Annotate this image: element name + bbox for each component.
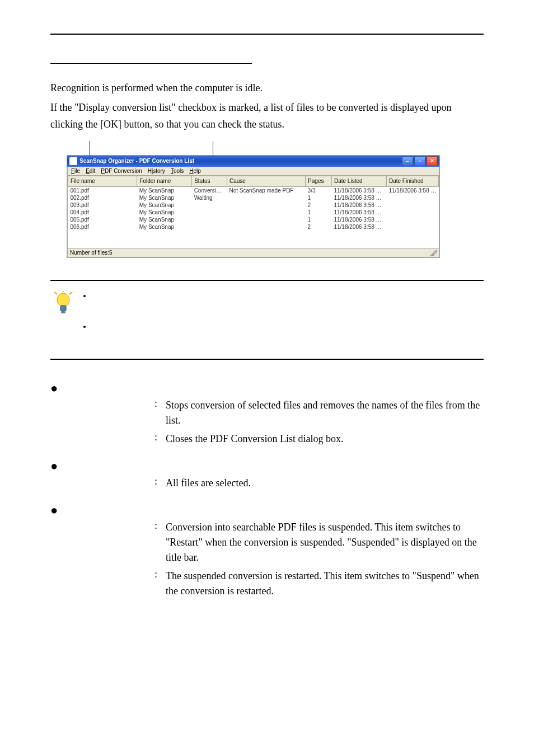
menu-tools[interactable]: Tools <box>171 168 184 174</box>
cell-cause <box>227 194 305 201</box>
maximize-button[interactable]: ▫ <box>414 156 425 166</box>
cell-file: 006.pdf <box>68 223 137 231</box>
col-pages[interactable]: Pages <box>306 176 332 186</box>
menu-file[interactable]: File <box>71 168 80 174</box>
col-datefinished[interactable]: Date Finished <box>386 176 438 186</box>
pdfconv-suspend-label <box>65 520 154 565</box>
cell-status <box>192 223 227 231</box>
close-button[interactable]: ✕ <box>427 156 438 166</box>
cell-cause: Not ScanSnap made PDF <box>227 186 305 194</box>
intro-line-2: If the "Display conversion list" checkbo… <box>50 99 484 133</box>
cell-pages: 1 <box>306 216 332 223</box>
cell-cause <box>227 201 305 209</box>
cell-finished <box>386 223 438 231</box>
pdfconv-suspend-desc: Conversion into searchable PDF files is … <box>166 520 484 565</box>
cell-pages: 1 <box>306 209 332 216</box>
table-row[interactable]: 001.pdfMy ScanSnapConversi…Not ScanSnap … <box>68 186 439 194</box>
cell-file: 002.pdf <box>68 194 137 201</box>
table-row[interactable]: 003.pdfMy ScanSnap211/18/2006 3:58 … <box>68 201 439 209</box>
cell-file: 004.pdf <box>68 209 137 216</box>
cell-cause <box>227 223 305 231</box>
cell-status <box>192 216 227 223</box>
cell-pages: 3/3 <box>306 186 332 194</box>
cell-finished <box>386 209 438 216</box>
table-row[interactable]: 006.pdfMy ScanSnap211/18/2006 3:58 … <box>68 223 439 231</box>
table-row[interactable]: 002.pdfMy ScanSnapWaiting111/18/2006 3:5… <box>68 194 439 201</box>
top-horizontal-rule <box>50 34 484 35</box>
file-delete-desc: Stops conversion of selected files and r… <box>166 398 484 428</box>
pdfconv-restart-desc: The suspended conversion is restarted. T… <box>166 569 484 599</box>
minimize-button[interactable]: – <box>402 156 413 166</box>
callout-line-1 <box>90 141 90 156</box>
menu-pdf-conversion[interactable]: PDF Conversion <box>101 168 142 174</box>
window-titlebar[interactable]: ScanSnap Organizer - PDF Conversion List… <box>67 156 439 167</box>
pdf-conversion-list-window: ScanSnap Organizer - PDF Conversion List… <box>67 156 439 257</box>
app-icon <box>69 157 77 165</box>
resize-grip-icon[interactable] <box>430 250 437 256</box>
cell-file: 005.pdf <box>68 216 137 223</box>
cell-folder: My ScanSnap <box>137 194 192 201</box>
cell-listed: 11/18/2006 3:58 … <box>331 223 386 231</box>
menu-edit[interactable]: Edit <box>86 168 95 174</box>
file-close-label <box>65 431 154 447</box>
cell-status: Waiting <box>192 194 227 201</box>
cell-pages: 2 <box>306 223 332 231</box>
edit-selectall-label <box>65 476 154 491</box>
cell-finished: 11/18/2006 3:58 … <box>386 186 438 194</box>
col-datelisted[interactable]: Date Listed <box>331 176 386 186</box>
cell-cause <box>227 216 305 223</box>
figure-conversion-list: ScanSnap Organizer - PDF Conversion List… <box>50 156 484 257</box>
pdfconv-restart-label <box>65 569 154 599</box>
cell-listed: 11/18/2006 3:58 … <box>331 209 386 216</box>
col-filename[interactable]: File name <box>68 176 137 186</box>
cell-status <box>192 201 227 209</box>
col-status[interactable]: Status <box>192 176 227 186</box>
menu-history[interactable]: History <box>148 168 165 174</box>
cell-cause <box>227 209 305 216</box>
status-text: Number of files:5 <box>70 250 113 256</box>
statusbar: Number of files:5 <box>67 249 439 257</box>
cell-finished <box>386 201 438 209</box>
svg-rect-1 <box>60 306 66 311</box>
intro-paragraph: Recognition is performed when the comput… <box>50 79 484 133</box>
svg-rect-2 <box>61 311 65 313</box>
cell-finished <box>386 216 438 223</box>
menubar: File Edit PDF Conversion History Tools H… <box>67 167 439 176</box>
cell-pages: 1 <box>306 194 332 201</box>
cell-folder: My ScanSnap <box>137 201 192 209</box>
cell-listed: 11/18/2006 3:58 … <box>331 186 386 194</box>
window-title: ScanSnap Organizer - PDF Conversion List <box>79 158 194 164</box>
cell-pages: 2 <box>306 201 332 209</box>
col-foldername[interactable]: Folder name <box>137 176 192 186</box>
conversion-table[interactable]: File name Folder name Status Cause Pages… <box>68 176 439 231</box>
cell-listed: 11/18/2006 3:58 … <box>331 194 386 201</box>
file-close-desc: Closes the PDF Conversion List dialog bo… <box>166 431 484 447</box>
cell-folder: My ScanSnap <box>137 209 192 216</box>
section-underline <box>50 63 252 64</box>
cell-folder: My ScanSnap <box>137 186 192 194</box>
callout-line-2 <box>213 141 213 156</box>
hint-box <box>50 280 484 360</box>
cell-folder: My ScanSnap <box>137 216 192 223</box>
cell-folder: My ScanSnap <box>137 223 192 231</box>
cell-status: Conversi… <box>192 186 227 194</box>
cell-finished <box>386 194 438 201</box>
intro-line-1: Recognition is performed when the comput… <box>50 79 484 97</box>
col-cause[interactable]: Cause <box>227 176 305 186</box>
lightbulb-icon <box>50 289 76 351</box>
file-delete-label <box>65 398 154 428</box>
table-row[interactable]: 004.pdfMy ScanSnap111/18/2006 3:58 … <box>68 209 439 216</box>
menu-descriptions: ● : Stops conversion of selected files a… <box>50 382 484 599</box>
svg-point-0 <box>57 293 69 307</box>
cell-listed: 11/18/2006 3:58 … <box>331 216 386 223</box>
table-row[interactable]: 005.pdfMy ScanSnap111/18/2006 3:58 … <box>68 216 439 223</box>
cell-status <box>192 209 227 216</box>
cell-file: 001.pdf <box>68 186 137 194</box>
cell-listed: 11/18/2006 3:58 … <box>331 201 386 209</box>
edit-selectall-desc: All files are selected. <box>166 476 484 491</box>
menu-help[interactable]: Help <box>189 168 201 174</box>
cell-file: 003.pdf <box>68 201 137 209</box>
